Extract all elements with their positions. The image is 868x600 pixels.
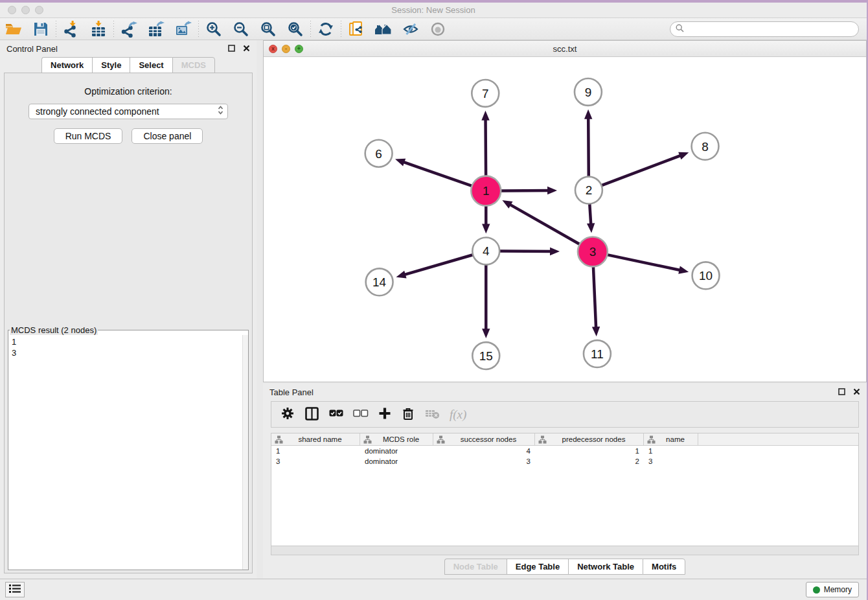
mcds-result-box: MCDS result (2 nodes) 13 [8, 325, 249, 570]
close-panel-icon[interactable] [243, 43, 250, 54]
delete-table-button[interactable] [425, 407, 440, 422]
close-panel-icon[interactable] [853, 386, 860, 398]
export-network-button[interactable] [115, 19, 143, 40]
graph-edge-3-1[interactable] [508, 203, 579, 244]
table-row[interactable]: 1dominator411 [271, 446, 858, 456]
table-cell[interactable]: dominator [360, 447, 433, 455]
table-cell[interactable]: 3 [644, 457, 698, 465]
export-table-button[interactable] [143, 19, 170, 40]
column-header-label: successor nodes [445, 435, 534, 443]
column-header-label: predecessor nodes [547, 435, 643, 443]
node-table: shared nameMCDS rolesuccessor nodesprede… [271, 433, 859, 546]
close-panel-button[interactable]: Close panel [131, 128, 203, 144]
deselect-all-button[interactable] [353, 409, 369, 420]
search-field[interactable] [670, 21, 859, 37]
edge-arrowhead [547, 187, 557, 194]
table-cell[interactable]: 1 [535, 447, 644, 455]
edge-arrowhead [584, 110, 592, 119]
select-stepper-icon [218, 105, 223, 118]
edge-arrowhead [587, 223, 595, 233]
edge-arrowhead [678, 266, 689, 274]
graph-edge-1-7[interactable] [486, 118, 486, 176]
zoom-out-button[interactable] [227, 19, 255, 40]
zoom-fit-button[interactable] [255, 19, 282, 40]
refresh-view-button[interactable] [312, 19, 339, 40]
network-home-button[interactable] [370, 19, 397, 40]
table-cell[interactable]: dominator [360, 457, 433, 465]
tab-mcds[interactable]: MCDS [172, 57, 215, 73]
edge-arrowhead [550, 248, 560, 255]
graph-edge-3-10[interactable] [608, 255, 681, 270]
column-layout-button[interactable] [304, 406, 319, 423]
select-all-button[interactable] [329, 409, 343, 420]
export-image-icon [175, 21, 192, 38]
graph-edge-2-8[interactable] [602, 155, 682, 185]
result-scrollbar[interactable] [242, 335, 248, 570]
memory-button[interactable]: Memory [806, 582, 859, 597]
column-header-predecessor-nodes[interactable]: predecessor nodes [535, 433, 644, 445]
control-panel-header: Control Panel [0, 40, 257, 57]
table-cell[interactable]: 4 [433, 447, 535, 455]
tab-style[interactable]: Style [92, 57, 130, 73]
clone-network-button[interactable] [343, 19, 370, 40]
graph-edge-3-11[interactable] [593, 267, 596, 329]
import-table-icon [90, 21, 107, 38]
graph-edge-2-9[interactable] [588, 117, 589, 176]
table-cell[interactable]: 2 [535, 457, 644, 465]
table-cell[interactable]: 1 [271, 447, 360, 455]
add-row-button[interactable] [378, 407, 391, 422]
graph-edge-4-14[interactable] [403, 255, 472, 275]
column-header-mcds-role[interactable]: MCDS role [360, 433, 433, 445]
tab-node-table[interactable]: Node Table [444, 559, 507, 575]
column-header-name[interactable]: name [644, 433, 698, 445]
float-panel-icon[interactable] [838, 386, 845, 398]
table-cell[interactable]: 3 [271, 457, 360, 465]
graph-node-label: 11 [591, 347, 604, 361]
criterion-select[interactable]: strongly connected component [29, 104, 228, 119]
delete-row-button[interactable] [401, 406, 415, 422]
memory-status-icon [813, 586, 820, 594]
import-table-button[interactable] [85, 19, 112, 40]
zoom-in-button[interactable] [200, 19, 227, 40]
search-icon [676, 23, 684, 35]
preview-button[interactable] [424, 19, 451, 40]
tab-network[interactable]: Network [41, 57, 92, 73]
table-horizontal-scrollbar[interactable] [271, 546, 859, 555]
import-network-icon [63, 21, 80, 38]
network-canvas[interactable]: 7968124314101511 [264, 57, 866, 382]
save-disk-icon [33, 21, 49, 37]
zoom-selected-button[interactable] [282, 19, 309, 40]
graph-edge-2-3[interactable] [589, 205, 591, 226]
right-column: x - + scc.txt 7968124314101511 Table Pan… [263, 40, 867, 579]
tab-select[interactable]: Select [130, 57, 172, 73]
function-builder-button[interactable]: f(x) [450, 408, 466, 422]
table-cell[interactable]: 3 [433, 457, 535, 465]
table-panel-title: Table Panel [269, 387, 314, 397]
zoom-in-icon [205, 21, 222, 38]
table-cell[interactable]: 1 [644, 447, 698, 455]
import-network-button[interactable] [58, 19, 85, 40]
mcds-result-title: MCDS result (2 nodes) [10, 325, 98, 335]
run-mcds-button[interactable]: Run MCDS [54, 128, 123, 144]
table-settings-button[interactable] [280, 406, 295, 422]
app-window: Session: New Session Cont [0, 3, 867, 600]
task-history-button[interactable] [5, 582, 25, 597]
column-header-successor-nodes[interactable]: successor nodes [433, 433, 535, 445]
eye-disabled-icon [430, 21, 446, 37]
mcds-result-text[interactable]: 13 [8, 335, 248, 570]
network-window-titlebar: x - + scc.txt [264, 41, 866, 57]
table-row[interactable]: 3dominator323 [271, 456, 858, 467]
graph-edge-1-6[interactable] [402, 161, 471, 185]
tab-edge-table[interactable]: Edge Table [507, 559, 568, 575]
control-panel: Control Panel NetworkStyleSelectMCDS Opt… [0, 40, 257, 579]
column-header-shared-name[interactable]: shared name [271, 433, 360, 445]
open-file-button[interactable] [0, 19, 27, 40]
search-input[interactable] [688, 24, 858, 34]
export-image-button[interactable] [170, 19, 197, 40]
tab-network-table[interactable]: Network Table [568, 559, 643, 575]
save-session-button[interactable] [27, 19, 54, 40]
tab-motifs[interactable]: Motifs [643, 559, 685, 575]
list-icon [9, 584, 21, 595]
float-panel-icon[interactable] [228, 43, 235, 54]
hide-panel-button[interactable] [397, 19, 424, 40]
